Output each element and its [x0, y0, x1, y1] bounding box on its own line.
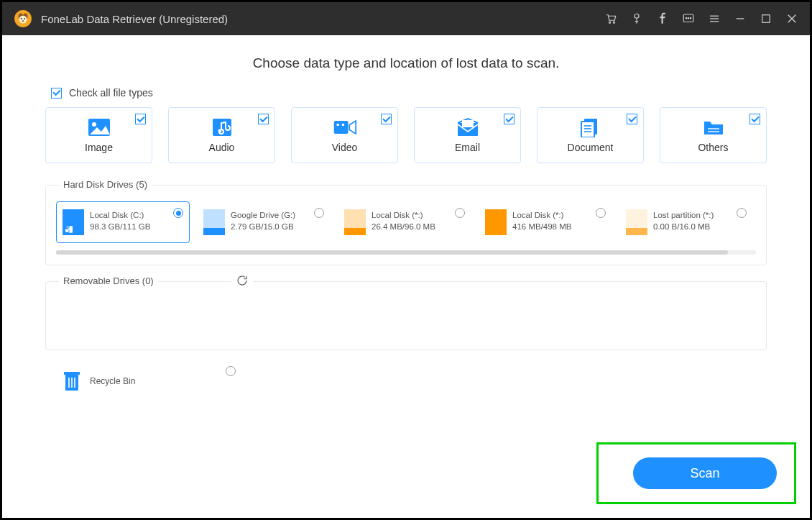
drive-name: Local Disk (C:): [90, 211, 150, 219]
type-checkbox[interactable]: [135, 114, 146, 124]
feedback-icon[interactable]: [682, 12, 695, 25]
check-all-checkbox[interactable]: [51, 88, 62, 99]
type-label: Image: [85, 142, 113, 153]
hdd-section: Hard Disk Drives (5) Local Disk (C:)98.3…: [45, 185, 767, 265]
hdd-section-title: Hard Disk Drives (5): [59, 179, 152, 190]
drive-name: Local Disk (*:): [372, 211, 435, 219]
cart-icon[interactable]: [604, 12, 617, 25]
titlebar: FoneLab Data Retriever (Unregistered): [2, 2, 810, 35]
email-icon: [456, 117, 480, 137]
type-label: Others: [698, 142, 728, 153]
scan-button-highlight: Scan: [596, 442, 796, 504]
svg-point-14: [688, 18, 689, 19]
drive-icon: [485, 209, 507, 235]
type-label: Audio: [209, 142, 235, 153]
drive-size: 416 MB/498 MB: [512, 222, 571, 231]
close-icon[interactable]: [785, 12, 798, 25]
svg-point-3: [19, 16, 27, 24]
recycle-radio[interactable]: [226, 366, 236, 376]
drive-card[interactable]: Google Drive (G:)2.79 GB/15.0 GB: [197, 201, 331, 243]
recycle-bin-card[interactable]: Recycle Bin: [63, 370, 135, 392]
svg-rect-33: [581, 122, 594, 137]
type-checkbox[interactable]: [381, 114, 392, 124]
svg-rect-27: [333, 121, 348, 134]
type-card-audio[interactable]: Audio: [168, 107, 275, 163]
type-label: Document: [568, 142, 614, 153]
svg-rect-31: [462, 120, 474, 127]
svg-point-5: [24, 18, 25, 19]
scan-button[interactable]: Scan: [633, 457, 777, 489]
drive-name: Google Drive (G:): [231, 211, 295, 219]
drive-card[interactable]: Local Disk (C:)98.3 GB/111 GB: [56, 201, 190, 243]
svg-rect-20: [762, 15, 770, 23]
type-checkbox[interactable]: [627, 114, 637, 124]
svg-rect-40: [64, 372, 80, 375]
drive-icon: [63, 209, 84, 235]
check-all-row[interactable]: Check all file types: [51, 87, 767, 99]
image-icon: [87, 117, 111, 137]
drive-card[interactable]: Lost partition (*:)0.00 B/16.0 MB: [619, 201, 753, 243]
svg-point-9: [635, 14, 639, 18]
menu-icon[interactable]: [708, 12, 721, 25]
drive-size: 98.3 GB/111 GB: [90, 222, 150, 231]
svg-point-8: [613, 22, 614, 23]
svg-point-4: [21, 18, 22, 19]
type-card-email[interactable]: Email: [414, 107, 521, 163]
type-card-image[interactable]: Image: [45, 107, 152, 163]
type-checkbox[interactable]: [749, 114, 760, 124]
recycle-bin-icon: [63, 370, 81, 392]
type-card-video[interactable]: Video: [291, 107, 398, 163]
removable-section-title: Removable Drives (0): [59, 275, 158, 286]
type-card-document[interactable]: Document: [537, 107, 644, 163]
type-checkbox[interactable]: [258, 114, 269, 124]
refresh-icon[interactable]: [231, 274, 253, 287]
drive-radio[interactable]: [314, 208, 324, 218]
drive-name: Lost partition (*:): [653, 211, 714, 219]
drive-card[interactable]: Local Disk (*:)26.4 MB/96.0 MB: [338, 201, 471, 243]
drive-size: 2.79 GB/15.0 GB: [231, 222, 295, 231]
drive-radio[interactable]: [173, 208, 183, 218]
drive-radio[interactable]: [455, 208, 465, 218]
others-icon: [701, 117, 726, 137]
drive-radio[interactable]: [737, 208, 747, 218]
svg-point-7: [609, 22, 610, 23]
minimize-icon[interactable]: [734, 12, 747, 25]
svg-point-6: [22, 20, 24, 22]
svg-point-28: [336, 124, 339, 127]
drive-card[interactable]: Local Disk (*:)416 MB/498 MB: [479, 201, 612, 243]
type-card-others[interactable]: Others: [660, 107, 767, 163]
app-logo-icon: [14, 9, 32, 28]
drive-icon: [626, 209, 647, 235]
page-heading: Choose data type and location of lost da…: [45, 55, 767, 71]
facebook-icon[interactable]: [656, 12, 669, 25]
svg-point-13: [686, 18, 687, 19]
video-icon: [333, 117, 357, 137]
removable-section: Removable Drives (0): [45, 281, 767, 350]
svg-point-26: [218, 129, 221, 133]
type-label: Email: [455, 142, 480, 153]
svg-point-24: [92, 122, 96, 127]
key-icon[interactable]: [630, 12, 643, 25]
recycle-bin-label: Recycle Bin: [90, 376, 135, 386]
check-all-label: Check all file types: [69, 87, 153, 99]
maximize-icon[interactable]: [760, 12, 772, 25]
document-icon: [578, 117, 603, 137]
type-checkbox[interactable]: [504, 114, 515, 124]
app-title: FoneLab Data Retriever (Unregistered): [41, 13, 604, 25]
drive-icon: [344, 209, 366, 235]
drive-icon: [203, 209, 225, 235]
drive-size: 0.00 B/16.0 MB: [653, 222, 714, 231]
svg-point-15: [690, 18, 691, 19]
drive-name: Local Disk (*:): [512, 211, 571, 219]
svg-point-29: [341, 124, 344, 127]
type-label: Video: [332, 142, 358, 153]
drive-size: 26.4 MB/96.0 MB: [372, 222, 435, 231]
audio-icon: [210, 117, 234, 137]
horizontal-scrollbar[interactable]: [56, 250, 756, 255]
drive-radio[interactable]: [596, 208, 606, 218]
